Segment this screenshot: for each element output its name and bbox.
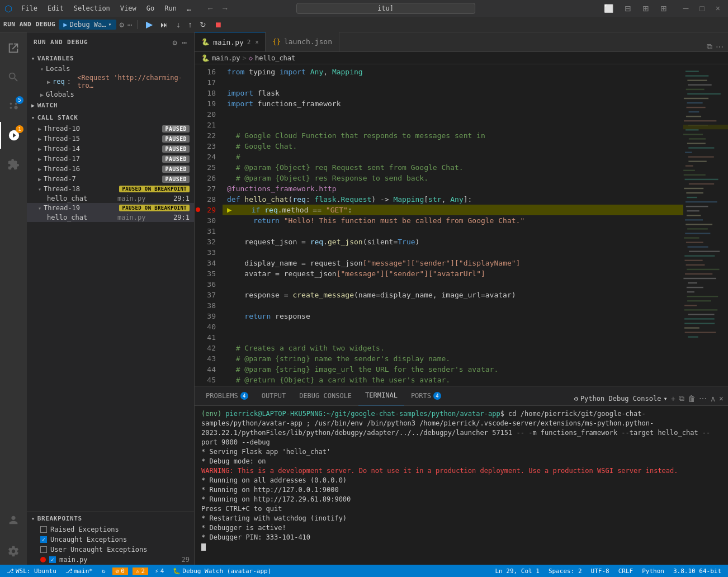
tab-launch-json[interactable]: {} launch.json [266, 32, 339, 51]
breakpoints-header[interactable]: ▾ BREAKPOINTS [27, 512, 194, 524]
layout-button[interactable]: ⬜ [601, 3, 617, 14]
activity-run-debug[interactable]: 1 [0, 122, 27, 149]
stop-button[interactable]: ⏹ [212, 19, 224, 30]
bp-raised-exceptions[interactable]: Raised Exceptions [27, 524, 194, 535]
step-over-button[interactable]: ⏭ [158, 19, 171, 30]
activity-source-control[interactable]: 5 [0, 93, 27, 120]
user-uncaught-exceptions-checkbox[interactable] [40, 546, 47, 553]
status-branch[interactable]: ⎇ main* [63, 567, 95, 575]
tab-output[interactable]: OUTPUT [255, 386, 292, 405]
menu-more[interactable]: … [182, 3, 195, 13]
activity-extensions[interactable] [0, 151, 27, 178]
chevron-down-icon[interactable]: ▾ [663, 395, 667, 403]
split-editor-button[interactable]: ⧉ [707, 42, 712, 51]
debug-config-selector[interactable]: ▶ Debug Wa… ▾ [59, 20, 116, 30]
maximize-panel-button[interactable]: ∧ [710, 394, 716, 403]
restart-button[interactable]: ↻ [197, 19, 209, 30]
split-terminal-button[interactable]: ⧉ [679, 394, 684, 403]
activity-settings[interactable] [0, 538, 27, 565]
kill-terminal-button[interactable]: 🗑 [688, 394, 696, 403]
minimize-button[interactable]: ─ [679, 3, 692, 14]
custom-layout-button[interactable]: ⊞ [657, 3, 670, 14]
globals-item[interactable]: ▶ Globals [27, 90, 194, 99]
more-actions-button[interactable]: ⋯ [716, 42, 724, 51]
minimap-canvas [683, 64, 728, 386]
settings-layout-button[interactable]: ⊟ [621, 3, 635, 14]
menu-view[interactable]: View [116, 3, 141, 13]
status-notifications[interactable]: ⚡ 4 [153, 567, 166, 575]
close-panel-button[interactable]: × [719, 394, 724, 403]
add-terminal-button[interactable]: + [671, 394, 675, 403]
tab-close-icon[interactable]: × [255, 39, 258, 45]
thread-7[interactable]: ▶ Thread-7 PAUSED [27, 174, 194, 184]
status-language[interactable]: Python [640, 567, 666, 575]
bp-uncaught-exceptions[interactable]: ✓ Uncaught Exceptions [27, 535, 194, 545]
callstack-header[interactable]: ▾ CALL STACK [27, 111, 194, 124]
watch-header[interactable]: ▶ WATCH [27, 99, 194, 111]
status-encoding[interactable]: UTF-8 [589, 567, 612, 575]
tab-ports[interactable]: PORTS 4 [404, 386, 448, 405]
code-editor[interactable]: 16 17 18 19 20 21 22 23 24 25 26 27 28 2… [195, 64, 728, 386]
status-wsl[interactable]: ⎇ WSL: Ubuntu [4, 567, 59, 575]
step-into-button[interactable]: ↓ [174, 19, 182, 30]
status-python-version[interactable]: 3.8.10 64-bit [671, 567, 724, 575]
activity-search[interactable] [0, 64, 27, 91]
variables-header[interactable]: ▾ VARIABLES [27, 52, 194, 64]
thread-15[interactable]: ▶ Thread-15 PAUSED [27, 134, 194, 144]
forward-button[interactable]: → [219, 3, 231, 14]
raised-exceptions-checkbox[interactable] [40, 526, 47, 533]
code-line-37: response = create_message(name=display_n… [223, 290, 683, 300]
maximize-button[interactable]: □ [696, 3, 707, 14]
status-indentation[interactable]: Spaces: 2 [546, 567, 584, 575]
back-button[interactable]: ← [204, 3, 216, 14]
status-errors[interactable]: ⊘ 0 [112, 567, 128, 575]
more-icon[interactable]: ⋯ [127, 20, 132, 29]
more-terminal-button[interactable]: ⋯ [699, 394, 707, 403]
menu-go[interactable]: Go [142, 3, 159, 13]
breadcrumb-file[interactable]: 🐍 main.py [201, 54, 240, 62]
tab-problems[interactable]: PROBLEMS 4 [199, 386, 255, 405]
thread-14[interactable]: ▶ Thread-14 PAUSED [27, 144, 194, 154]
activity-explorer[interactable] [0, 35, 27, 62]
menu-edit[interactable]: Edit [43, 3, 68, 13]
thread-16[interactable]: ▶ Thread-16 PAUSED [27, 164, 194, 174]
code-content[interactable]: from typing import Any, Mapping import f… [223, 64, 683, 386]
close-button[interactable]: × [712, 3, 724, 14]
status-warnings[interactable]: ⚠ 2 [133, 567, 148, 575]
tab-main-py[interactable]: 🐍 main.py 2 × [195, 32, 266, 51]
menu-run[interactable]: Run [160, 3, 181, 13]
status-cursor-position[interactable]: Ln 29, Col 1 [493, 567, 541, 575]
status-sync[interactable]: ↻ [100, 567, 108, 575]
tab-terminal[interactable]: TERMINAL [358, 386, 404, 405]
terminal-content[interactable]: (env) pierrick@LAPTOP-HKU5PNNG:~/git/goo… [195, 406, 728, 565]
status-warnings-count: 2 [141, 567, 145, 575]
step-out-button[interactable]: ↑ [186, 19, 194, 30]
bp-user-uncaught-exceptions[interactable]: User Uncaught Exceptions [27, 545, 194, 555]
search-bar[interactable]: itu] [296, 3, 475, 14]
bp-main-py[interactable]: ✓ main.py 29 [27, 555, 194, 565]
req-variable[interactable]: ▶ req : <Request 'http://charming-tro… [27, 73, 194, 90]
status-debug-watch[interactable]: 🐛 Debug Watch (avatar-app) [171, 567, 273, 575]
thread-10[interactable]: ▶ Thread-10 PAUSED [27, 124, 194, 134]
breadcrumb-function[interactable]: ◇ hello_chat [249, 54, 295, 62]
thread-19-frame-hello-chat[interactable]: hello_chat main.py 29:1 [27, 213, 194, 222]
status-line-ending[interactable]: CRLF [616, 567, 636, 575]
split-button[interactable]: ⊞ [639, 3, 653, 14]
activity-avatar[interactable] [0, 509, 27, 536]
menu-selection[interactable]: Selection [69, 3, 115, 13]
thread-18[interactable]: ▾ Thread-18 PAUSED ON BREAKPOINT [27, 184, 194, 194]
locals-item[interactable]: ▾ Locals [27, 64, 194, 73]
thread-19[interactable]: ▾ Thread-19 PAUSED ON BREAKPOINT [27, 203, 194, 213]
sidebar-settings-icon[interactable]: ⚙ [172, 38, 177, 47]
gear-icon[interactable]: ⚙ [120, 20, 124, 29]
uncaught-exceptions-checkbox[interactable]: ✓ [40, 536, 47, 543]
continue-button[interactable]: ▶ [144, 18, 155, 31]
main-py-checkbox[interactable]: ✓ [49, 556, 56, 563]
menu-file[interactable]: File [17, 3, 42, 13]
thread-17[interactable]: ▶ Thread-17 PAUSED [27, 154, 194, 164]
sidebar-more-icon[interactable]: ⋯ [182, 38, 187, 47]
tab-debug-console[interactable]: DEBUG CONSOLE [292, 386, 358, 405]
thread-18-frame-hello-chat[interactable]: hello_chat main.py 29:1 [27, 194, 194, 203]
ln-20: 20 [195, 109, 216, 120]
ln-30: 30 [195, 215, 216, 226]
